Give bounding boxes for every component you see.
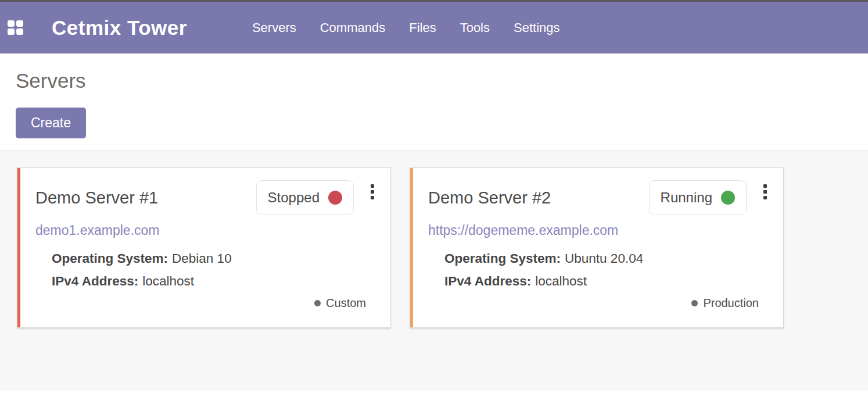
- ip-line: IPv4 Address:localhost: [444, 270, 768, 292]
- status-badge[interactable]: Running: [649, 180, 747, 215]
- ip-label: IPv4 Address:: [52, 274, 138, 288]
- menu-item-files[interactable]: Files: [409, 20, 436, 35]
- server-card[interactable]: Demo Server #2 Running https://dogememe.…: [410, 167, 784, 328]
- os-value: Debian 10: [172, 251, 232, 266]
- server-kanban: Demo Server #1 Stopped demo1.example.com…: [0, 151, 868, 391]
- ip-label: IPv4 Address:: [444, 274, 531, 288]
- status-dot-icon: [328, 191, 342, 205]
- os-label: Operating System:: [52, 251, 168, 266]
- apps-grid-icon[interactable]: [8, 20, 23, 35]
- server-url-link[interactable]: demo1.example.com: [35, 223, 160, 238]
- menu-item-servers[interactable]: Servers: [252, 20, 296, 35]
- tag-label: Custom: [326, 296, 366, 310]
- os-value: Ubuntu 20.04: [565, 251, 643, 266]
- tag-row: Production: [428, 296, 768, 310]
- status-label: Stopped: [268, 190, 320, 206]
- status-dot-icon: [721, 191, 735, 205]
- os-label: Operating System:: [444, 251, 561, 266]
- tag-dot-icon: [314, 300, 321, 306]
- tag-dot-icon: [691, 300, 698, 306]
- status-badge[interactable]: Stopped: [256, 180, 354, 215]
- server-card[interactable]: Demo Server #1 Stopped demo1.example.com…: [17, 167, 391, 328]
- kebab-menu-icon[interactable]: [762, 183, 768, 201]
- tag-label: Production: [703, 296, 759, 310]
- server-name: Demo Server #2: [428, 188, 649, 208]
- tag-row: Custom: [35, 296, 375, 310]
- top-navbar: Cetmix Tower Servers Commands Files Tool…: [0, 2, 868, 53]
- kebab-menu-icon[interactable]: [370, 183, 375, 201]
- ip-value: localhost: [142, 274, 194, 288]
- status-label: Running: [661, 190, 712, 206]
- server-url-link[interactable]: https://dogememe.example.com: [428, 223, 618, 238]
- server-details: Operating System:Ubuntu 20.04 IPv4 Addre…: [444, 247, 768, 292]
- app-title: Cetmix Tower: [52, 16, 187, 40]
- main-menu: Servers Commands Files Tools Settings: [252, 20, 560, 35]
- card-accent-bar: [17, 168, 20, 327]
- card-accent-bar: [410, 168, 413, 327]
- page-title: Servers: [16, 67, 852, 94]
- os-line: Operating System:Ubuntu 20.04: [444, 247, 768, 270]
- os-line: Operating System:Debian 10: [52, 247, 375, 270]
- server-name: Demo Server #1: [35, 188, 256, 208]
- ip-line: IPv4 Address:localhost: [52, 270, 375, 292]
- menu-item-settings[interactable]: Settings: [514, 20, 560, 35]
- create-button[interactable]: Create: [16, 108, 86, 138]
- menu-item-tools[interactable]: Tools: [460, 20, 490, 35]
- menu-item-commands[interactable]: Commands: [320, 20, 385, 35]
- ip-value: localhost: [535, 274, 587, 288]
- server-details: Operating System:Debian 10 IPv4 Address:…: [52, 247, 375, 292]
- page-header: Servers Create: [0, 53, 868, 151]
